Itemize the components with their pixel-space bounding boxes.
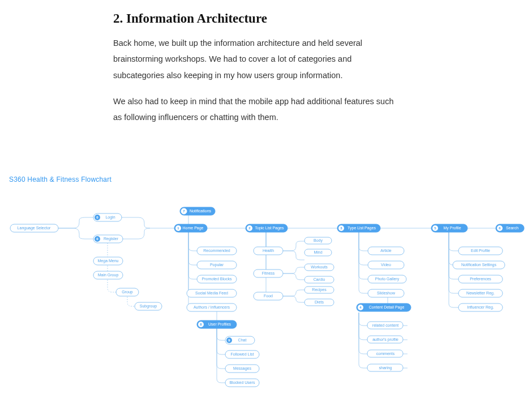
node-related-content: related content [367, 322, 403, 329]
svg-text:Search: Search [506, 226, 518, 230]
node-authors-influencers: Authors / Influencers [187, 303, 237, 311]
node-body: Body [304, 237, 332, 244]
svg-text:Type List Pages: Type List Pages [347, 226, 376, 230]
svg-text:Social Media Feed: Social Media Feed [195, 291, 228, 295]
section-paragraph-2: We also had to keep in mind that the mob… [113, 93, 402, 126]
node-food: Food [254, 292, 283, 300]
svg-text:sharing: sharing [379, 366, 392, 370]
svg-text:Recipes: Recipes [312, 288, 327, 292]
svg-text:Group: Group [122, 290, 133, 294]
node-promoted-blocks: Promoted Blocks [197, 275, 237, 283]
node-type-list: 3 Type List Pages [337, 224, 380, 232]
node-notification-settings: Notification Settings [453, 261, 505, 269]
node-video: Video [368, 261, 404, 269]
svg-text:Newsletter Reg.: Newsletter Reg. [466, 291, 495, 296]
section-heading: 2. Information Architecture [113, 11, 419, 26]
svg-text:related content: related content [372, 323, 398, 327]
node-social-feed: Social Media Feed [187, 289, 237, 297]
flowchart-title: S360 Health & Fitness Flowchart [0, 176, 532, 183]
svg-text:Article: Article [380, 249, 392, 253]
svg-text:Register: Register [104, 237, 119, 241]
node-login: 0 Login [93, 213, 122, 221]
node-search: 6 Search [496, 224, 524, 232]
svg-text:Photo Gallery: Photo Gallery [375, 277, 400, 281]
node-topic-list: 2 Topic List Pages [246, 224, 288, 232]
svg-text:Body: Body [314, 238, 323, 243]
node-language-selector: Language Selector [10, 224, 58, 232]
svg-text:User Profiles: User Profiles [208, 322, 231, 326]
node-article: Article [368, 247, 404, 255]
svg-text:Notification Settings: Notification Settings [461, 263, 496, 267]
node-user-profiles: 8 User Profiles [197, 320, 237, 328]
node-my-profile: 5 My Profile [431, 224, 467, 232]
flowchart-figure: S360 Health & Fitness Flowchart [0, 176, 532, 402]
node-register: 0 Register [93, 235, 123, 243]
node-chat: 9 Chat [225, 336, 255, 344]
node-content-detail: 4 Content Detail Page [357, 303, 411, 311]
svg-text:Influencer Reg.: Influencer Reg. [467, 305, 494, 310]
flowchart-svg: Language Selector 0 Login 0 Register Meg… [0, 190, 532, 400]
node-home-page: 1 Home Page [174, 224, 207, 232]
svg-text:My Profile: My Profile [443, 226, 461, 230]
node-blocked-users: Blocked Users [225, 379, 259, 387]
node-popular: Popular [197, 261, 237, 269]
node-mind: Mind [304, 249, 332, 256]
svg-text:Workouts: Workouts [311, 265, 328, 269]
svg-text:Main Group: Main Group [98, 273, 119, 277]
node-recipes: Recipes [304, 286, 334, 293]
svg-text:Authors / Influencers: Authors / Influencers [194, 305, 230, 309]
node-edit-profile: Edit Profile [458, 247, 503, 255]
svg-text:Slideshow: Slideshow [377, 291, 396, 295]
node-preferences: Preferences [458, 275, 503, 283]
svg-text:Fitness: Fitness [262, 271, 275, 275]
svg-text:Language Selector: Language Selector [18, 226, 51, 230]
svg-text:Mega Menu: Mega Menu [98, 259, 119, 263]
svg-text:Edit Profile: Edit Profile [471, 249, 490, 253]
node-cardio: Cardio [304, 276, 334, 283]
svg-text:Home Page: Home Page [183, 226, 204, 230]
node-group: Group [116, 288, 139, 296]
node-subgroup: Subgroup [135, 302, 162, 310]
node-recommended: Recommended [197, 247, 237, 255]
svg-text:Food: Food [264, 294, 273, 298]
node-messages: Messages [225, 365, 259, 373]
node-photo-gallery: Photo Gallery [368, 275, 406, 283]
svg-text:Followed List: Followed List [231, 352, 254, 356]
node-main-group: Main Group [93, 271, 123, 279]
svg-text:Preferences: Preferences [470, 277, 491, 281]
node-mega-menu: Mega Menu [93, 257, 123, 265]
node-influencer-reg: Influencer Reg. [458, 303, 503, 311]
node-authors-profile: author's profile [367, 336, 403, 343]
node-notifications: 7 Notifications [180, 207, 215, 215]
node-followed-list: Followed List [225, 350, 259, 358]
svg-text:Messages: Messages [233, 366, 251, 371]
svg-text:Topic List Pages: Topic List Pages [255, 226, 284, 230]
svg-text:Cardio: Cardio [314, 277, 325, 281]
svg-text:Notifications: Notifications [190, 209, 212, 213]
node-workouts: Workouts [304, 264, 334, 271]
svg-text:Login: Login [105, 215, 115, 220]
svg-text:Blocked Users: Blocked Users [229, 380, 255, 384]
svg-text:author's profile: author's profile [372, 337, 398, 342]
svg-text:Chat: Chat [238, 338, 247, 342]
svg-text:Popular: Popular [210, 263, 224, 267]
node-comments: comments [367, 350, 403, 357]
node-diets: Diets [304, 299, 334, 306]
node-slideshow: Slideshow [368, 289, 404, 297]
svg-text:Subgroup: Subgroup [140, 304, 157, 309]
node-sharing: sharing [367, 364, 403, 371]
section-paragraph-1: Back home, we built up the information a… [113, 35, 402, 83]
svg-text:Promoted Blocks: Promoted Blocks [202, 277, 232, 281]
node-newsletter-reg: Newsletter Reg. [458, 289, 503, 297]
svg-text:Video: Video [381, 263, 391, 267]
svg-text:comments: comments [376, 352, 395, 356]
svg-text:Content Detail Page: Content Detail Page [369, 305, 405, 310]
svg-text:Recommended: Recommended [203, 249, 230, 253]
svg-text:Health: Health [263, 249, 274, 253]
svg-text:Mind: Mind [314, 250, 322, 254]
node-health: Health [254, 247, 283, 255]
svg-text:Diets: Diets [315, 300, 324, 304]
node-fitness: Fitness [254, 270, 283, 277]
